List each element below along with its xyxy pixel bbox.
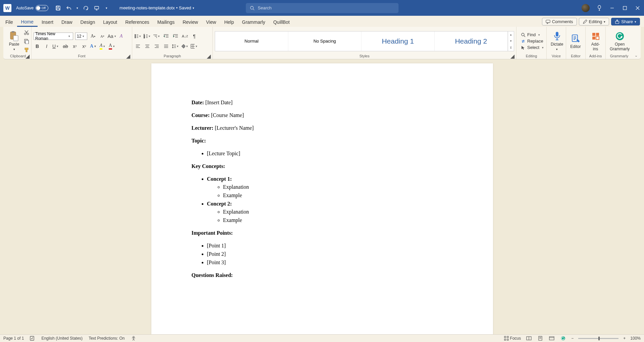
font-launcher-icon[interactable]: ◢ (126, 54, 131, 58)
clear-formatting-icon[interactable]: A (117, 33, 125, 40)
zoom-level[interactable]: 100% (630, 336, 641, 341)
grammarly-button[interactable]: Open Grammarly (608, 30, 632, 52)
undo-dropdown-icon[interactable]: ▾ (77, 6, 78, 10)
align-left-icon[interactable] (134, 43, 142, 50)
points-list[interactable]: [Point 1] [Point 2] [Point 3] (207, 242, 453, 267)
select-button[interactable]: Select▾ (520, 45, 546, 50)
accessibility-icon[interactable] (131, 336, 136, 341)
editor-button[interactable]: Editor (568, 33, 583, 50)
undo-icon[interactable] (66, 5, 72, 11)
topic-heading[interactable]: Topic: (192, 137, 453, 145)
redo-icon[interactable] (83, 5, 89, 11)
minimize-icon[interactable] (609, 5, 615, 11)
topic-list[interactable]: [Lecture Topic] (207, 150, 453, 158)
multilevel-list-icon[interactable]: ▾ (153, 33, 160, 40)
tab-draw[interactable]: Draw (57, 17, 77, 27)
grammarly-status-icon[interactable] (560, 336, 566, 341)
questions-heading[interactable]: Questions Raised: (192, 271, 453, 279)
style-no-spacing[interactable]: No Spacing (288, 32, 361, 51)
numbering-icon[interactable]: 123▾ (144, 33, 151, 40)
styles-more-icon[interactable]: ⊻ (508, 44, 514, 51)
list-item[interactable]: [Point 1] (207, 242, 453, 250)
user-avatar[interactable] (582, 4, 590, 12)
strikethrough-button[interactable]: ab (62, 43, 69, 50)
date-line[interactable]: Date: [Insert Date] (192, 99, 453, 107)
save-icon[interactable] (55, 5, 61, 11)
italic-button[interactable]: I (43, 43, 50, 50)
list-item[interactable]: Concept 2: Explanation Example (207, 200, 453, 224)
change-case-icon[interactable]: Aa▾ (108, 33, 115, 40)
paste-button[interactable]: Paste▾ (7, 30, 21, 52)
find-button[interactable]: Find▾ (520, 32, 546, 38)
tab-layout[interactable]: Layout (99, 17, 121, 27)
important-heading[interactable]: Important Points: (192, 229, 453, 237)
bullets-icon[interactable]: ▾ (134, 33, 142, 40)
format-painter-icon[interactable] (23, 46, 30, 54)
font-color-icon[interactable]: A▾ (109, 43, 116, 50)
dictate-button[interactable]: Dictate▾ (549, 30, 565, 52)
grow-font-icon[interactable]: A▴ (89, 33, 97, 40)
read-mode-icon[interactable] (526, 336, 532, 341)
tab-grammarly[interactable]: Grammarly (238, 17, 269, 27)
cut-icon[interactable] (23, 29, 30, 36)
sort-icon[interactable]: A↓Z (181, 33, 189, 40)
spellcheck-icon[interactable] (30, 336, 35, 341)
document-title[interactable]: meeting-notes-template.dotx • Saved ▾ (119, 5, 194, 10)
text-effects-icon[interactable]: A▾ (90, 43, 97, 50)
tab-review[interactable]: Review (179, 17, 202, 27)
highlight-icon[interactable]: A▾ (99, 43, 107, 50)
comments-button[interactable]: Comments (542, 18, 577, 25)
style-normal[interactable]: Normal (215, 32, 288, 51)
decrease-indent-icon[interactable] (162, 33, 170, 40)
web-layout-icon[interactable] (548, 336, 555, 341)
concepts-list[interactable]: Concept 1: Explanation Example Concept 2… (207, 175, 453, 224)
zoom-out-button[interactable]: − (571, 336, 574, 341)
subscript-button[interactable]: x2 (71, 43, 79, 50)
styles-down-icon[interactable]: ▾ (508, 38, 514, 44)
borders-icon[interactable]: ▾ (191, 43, 198, 50)
editing-mode-button[interactable]: Editing ▾ (579, 18, 609, 25)
style-heading1[interactable]: Heading 1 (361, 32, 435, 51)
align-center-icon[interactable] (144, 43, 151, 50)
font-size-combo[interactable]: 12▾ (75, 33, 87, 40)
list-item[interactable]: Explanation (223, 208, 453, 216)
predictions-indicator[interactable]: Text Predictions: On (89, 336, 125, 341)
list-item[interactable]: Concept 1: Explanation Example (207, 175, 453, 199)
autosave-control[interactable]: AutoSave Off (16, 5, 48, 11)
tab-home[interactable]: Home (17, 17, 38, 27)
print-layout-icon[interactable] (537, 336, 544, 341)
style-heading2[interactable]: Heading 2 (435, 32, 508, 51)
shrink-font-icon[interactable]: A▾ (99, 33, 106, 40)
maximize-icon[interactable] (622, 5, 628, 11)
styles-gallery[interactable]: Normal No Spacing Heading 1 Heading 2 ▴ … (215, 31, 514, 51)
document-canvas[interactable]: Date: [Insert Date] Course: [Course Name… (0, 59, 644, 334)
line-spacing-icon[interactable]: ▾ (172, 43, 179, 50)
list-item[interactable]: [Lecture Topic] (207, 150, 453, 158)
superscript-button[interactable]: x2 (81, 43, 88, 50)
key-concepts-heading[interactable]: Key Concepts: (192, 162, 453, 170)
styles-up-icon[interactable]: ▴ (508, 32, 514, 38)
search-input[interactable]: Search (246, 3, 398, 13)
tab-mailings[interactable]: Mailings (153, 17, 179, 27)
list-item[interactable]: Explanation (223, 183, 453, 191)
list-item[interactable]: Example (223, 191, 453, 199)
show-marks-icon[interactable]: ¶ (191, 33, 198, 40)
close-icon[interactable] (635, 5, 641, 11)
list-item[interactable]: [Point 2] (207, 250, 453, 258)
list-item[interactable]: [Point 3] (207, 259, 453, 267)
copy-icon[interactable] (23, 38, 30, 45)
tab-file[interactable]: File (1, 17, 17, 27)
tab-design[interactable]: Design (77, 17, 99, 27)
document-page[interactable]: Date: [Insert Date] Course: [Course Name… (151, 63, 493, 334)
collapse-ribbon-icon[interactable]: ⌄ (635, 53, 638, 58)
zoom-slider[interactable] (578, 338, 618, 339)
align-right-icon[interactable] (153, 43, 160, 50)
page-indicator[interactable]: Page 1 of 1 (3, 336, 24, 341)
share-button[interactable]: Share ▾ (611, 18, 640, 25)
increase-indent-icon[interactable] (172, 33, 179, 40)
tab-help[interactable]: Help (220, 17, 238, 27)
help-icon[interactable] (596, 5, 602, 11)
justify-icon[interactable] (162, 43, 170, 50)
underline-button[interactable]: U▾ (52, 43, 60, 50)
bold-button[interactable]: B (34, 43, 41, 50)
